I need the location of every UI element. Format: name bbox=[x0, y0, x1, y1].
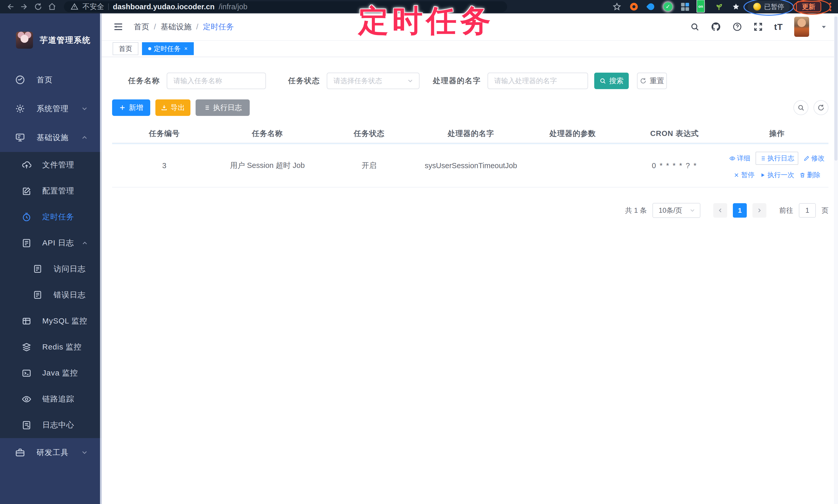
extension-grid-icon[interactable] bbox=[680, 1, 690, 12]
sidebar-item-api-log[interactable]: API 日志 bbox=[0, 230, 102, 256]
breadcrumb-infra[interactable]: 基础设施 bbox=[160, 22, 191, 32]
sidebar-item-java-monitor[interactable]: Java 监控 bbox=[0, 360, 102, 386]
sidebar-item-label: Redis 监控 bbox=[42, 342, 82, 352]
home-icon[interactable] bbox=[46, 1, 58, 12]
sidebar-item-mysql-monitor[interactable]: MySQL 监控 bbox=[0, 308, 102, 334]
filter-form: 任务名称 任务状态 请选择任务状态 处理器的名字 搜索 重置 bbox=[128, 73, 828, 89]
extension-sprout-icon[interactable] bbox=[714, 1, 724, 12]
sidebar-item-label: 链路追踪 bbox=[42, 394, 74, 404]
next-page-button[interactable] bbox=[752, 203, 766, 218]
gear-icon bbox=[15, 104, 25, 114]
app-logo-row[interactable]: 芋道管理系统 bbox=[0, 13, 102, 52]
jobs-table: 任务编号 任务名称 任务状态 处理器的名字 处理器的参数 CRON 表达式 操作… bbox=[112, 125, 828, 187]
sidebar-item-label: 首页 bbox=[37, 75, 53, 85]
sidebar-item-label: 配置管理 bbox=[42, 186, 74, 196]
extension-blue-drop-icon[interactable] bbox=[646, 1, 656, 12]
browser-update-button[interactable]: 更新 bbox=[796, 1, 821, 12]
extension-on-badge-icon[interactable]: on bbox=[697, 1, 708, 12]
show-search-button[interactable] bbox=[793, 100, 808, 115]
sidebar-item-infra[interactable]: 基础设施 bbox=[0, 123, 102, 152]
tag-scheduled-task[interactable]: 定时任务 × bbox=[142, 42, 194, 55]
pause-link[interactable]: 暂停 bbox=[733, 170, 754, 180]
run-once-link[interactable]: 执行一次 bbox=[760, 170, 794, 180]
row-execution-log-link[interactable]: 执行日志 bbox=[755, 152, 798, 165]
task-name-input[interactable] bbox=[167, 73, 266, 89]
fullscreen-icon[interactable] bbox=[753, 22, 763, 32]
add-button[interactable]: 新增 bbox=[112, 100, 150, 116]
search-icon[interactable] bbox=[690, 22, 699, 32]
cell-job-id: 3 bbox=[112, 144, 216, 187]
chevron-down-icon bbox=[407, 77, 414, 85]
help-icon[interactable] bbox=[732, 22, 742, 32]
sidebar-item-label: MySQL 监控 bbox=[42, 316, 87, 326]
sidebar-item-redis-monitor[interactable]: Redis 监控 bbox=[0, 334, 102, 360]
url-host: dashboard.yudao.iocoder.cn bbox=[113, 3, 215, 11]
scrollbar-thumb[interactable] bbox=[834, 17, 837, 161]
sidebar-collapse-icon[interactable] bbox=[112, 22, 124, 32]
page-scrollbar[interactable] bbox=[834, 13, 838, 504]
trash-icon bbox=[799, 172, 805, 178]
sidebar-item-access-log[interactable]: 访问日志 bbox=[0, 256, 102, 282]
page-size-select[interactable]: 10条/页 bbox=[652, 203, 700, 218]
delete-link[interactable]: 删除 bbox=[799, 170, 820, 180]
close-icon bbox=[733, 172, 739, 178]
cloud-upload-icon bbox=[22, 160, 32, 170]
eye-icon bbox=[22, 394, 32, 404]
log-icon bbox=[33, 264, 43, 274]
chevron-up-icon bbox=[81, 239, 88, 247]
task-status-label: 任务状态 bbox=[288, 76, 320, 86]
extension-orange-ring-icon[interactable] bbox=[629, 1, 639, 12]
bookmark-star-icon[interactable] bbox=[611, 1, 622, 12]
goto-page-input[interactable] bbox=[799, 203, 816, 218]
infra-submenu: 文件管理 配置管理 定时任务 bbox=[0, 152, 102, 438]
sidebar-item-tracing[interactable]: 链路追踪 bbox=[0, 386, 102, 412]
forward-icon[interactable] bbox=[19, 1, 30, 12]
github-icon[interactable] bbox=[711, 22, 721, 32]
sidebar-item-label: 访问日志 bbox=[54, 264, 86, 274]
profile-paused-chip[interactable]: 已暂停 bbox=[748, 1, 790, 13]
export-button[interactable]: 导出 bbox=[155, 100, 190, 116]
sidebar-item-label: 文件管理 bbox=[42, 160, 74, 170]
prev-page-button[interactable] bbox=[713, 203, 727, 218]
refresh-button[interactable] bbox=[814, 100, 828, 115]
sidebar-item-label: 系统管理 bbox=[37, 104, 69, 114]
sidebar-item-error-log[interactable]: 错误日志 bbox=[0, 282, 102, 308]
task-status-select[interactable]: 请选择任务状态 bbox=[327, 73, 420, 89]
back-icon[interactable] bbox=[5, 1, 16, 12]
execution-log-button[interactable]: 执行日志 bbox=[196, 100, 250, 116]
user-avatar[interactable] bbox=[794, 17, 809, 37]
reset-button[interactable]: 重置 bbox=[637, 73, 667, 89]
sidebar-item-label: 定时任务 bbox=[42, 212, 74, 222]
sidebar-item-home[interactable]: 首页 bbox=[0, 66, 102, 94]
page-number-button[interactable]: 1 bbox=[733, 203, 747, 218]
handler-name-input[interactable] bbox=[488, 73, 588, 89]
chevron-down-icon bbox=[81, 449, 88, 456]
breadcrumb-home[interactable]: 首页 bbox=[134, 22, 149, 32]
extension-pin-icon[interactable] bbox=[731, 1, 741, 12]
tag-home[interactable]: 首页 bbox=[112, 42, 138, 55]
sidebar-item-config-manage[interactable]: 配置管理 bbox=[0, 178, 102, 204]
close-tag-icon[interactable]: × bbox=[184, 45, 188, 52]
plus-icon bbox=[119, 104, 126, 111]
chevron-down-icon bbox=[81, 105, 88, 112]
navbar-tools: tT bbox=[690, 17, 827, 37]
browser-menu-icon[interactable] bbox=[827, 3, 833, 11]
sidebar-item-scheduled-task[interactable]: 定时任务 bbox=[0, 204, 102, 230]
sidebar-item-dev-tools[interactable]: 研发工具 bbox=[0, 438, 102, 467]
extension-green-check-icon[interactable]: ✓ bbox=[663, 1, 673, 12]
sidebar-item-log-center[interactable]: 日志中心 bbox=[0, 412, 102, 438]
font-size-icon[interactable]: tT bbox=[774, 22, 783, 32]
detail-link[interactable]: 详细 bbox=[729, 154, 750, 163]
sidebar: 芋道管理系统 首页 系统管理 bbox=[0, 13, 102, 504]
caret-down-icon[interactable] bbox=[820, 23, 827, 30]
sidebar-item-file-manage[interactable]: 文件管理 bbox=[0, 152, 102, 178]
handler-name-label: 处理器的名字 bbox=[433, 76, 481, 86]
search-button[interactable]: 搜索 bbox=[594, 73, 629, 89]
table-row: 3 用户 Session 超时 Job 开启 sysUserSessionTim… bbox=[112, 144, 828, 187]
edit-link[interactable]: 修改 bbox=[803, 154, 825, 163]
reload-icon[interactable] bbox=[33, 1, 44, 12]
play-icon bbox=[760, 172, 766, 178]
page-content: 任务名称 任务状态 请选择任务状态 处理器的名字 搜索 重置 bbox=[102, 57, 838, 504]
sidebar-scrollbar[interactable] bbox=[100, 13, 102, 504]
sidebar-item-system[interactable]: 系统管理 bbox=[0, 94, 102, 123]
